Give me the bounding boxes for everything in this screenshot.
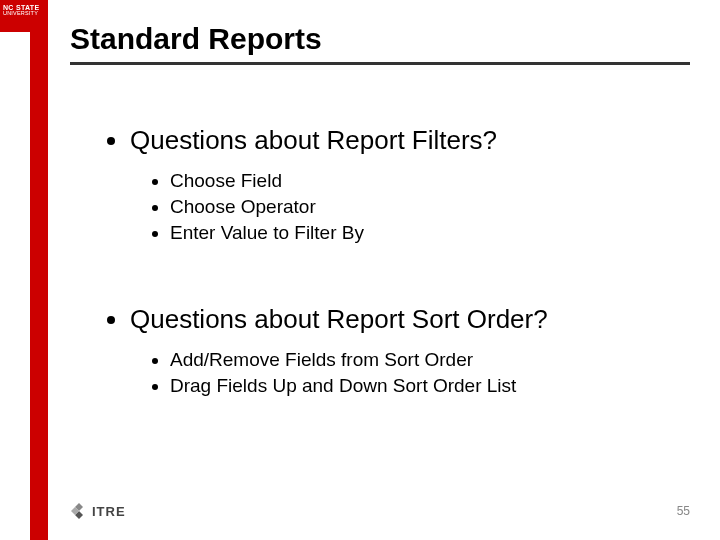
section-heading: Questions about Report Filters? <box>130 125 690 156</box>
left-accent-bar <box>30 0 48 540</box>
page-number: 55 <box>677 504 690 518</box>
section-filters: Questions about Report Filters? Choose F… <box>110 125 690 244</box>
list-item: Add/Remove Fields from Sort Order <box>170 349 690 371</box>
list-item: Choose Operator <box>170 196 690 218</box>
ncsu-logo-line2: UNIVERSITY <box>3 11 45 17</box>
section-heading: Questions about Report Sort Order? <box>130 304 690 335</box>
footer-logo: ITRE <box>70 502 126 520</box>
slide-content: Standard Reports Questions about Report … <box>70 22 690 457</box>
ncsu-logo: NC STATE UNIVERSITY <box>0 0 48 32</box>
list-item: Drag Fields Up and Down Sort Order List <box>170 375 690 397</box>
section-sort-order: Questions about Report Sort Order? Add/R… <box>110 304 690 397</box>
list-item: Enter Value to Filter By <box>170 222 690 244</box>
list-item: Choose Field <box>170 170 690 192</box>
footer-org-text: ITRE <box>92 504 126 519</box>
itre-logo-icon <box>70 502 88 520</box>
slide-title: Standard Reports <box>70 22 690 65</box>
